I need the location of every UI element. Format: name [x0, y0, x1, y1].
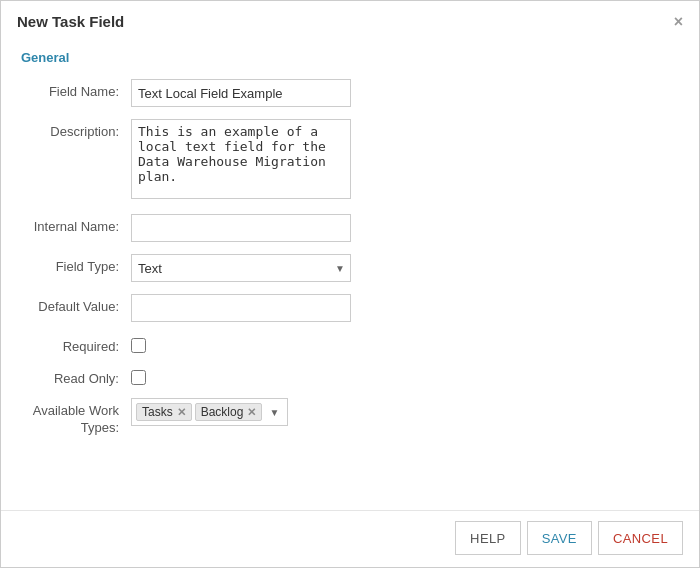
- field-type-label: Field Type:: [21, 254, 131, 274]
- read-only-label: Read Only:: [21, 366, 131, 386]
- tag-backlog-close[interactable]: ✕: [247, 406, 256, 419]
- help-button[interactable]: HELP: [455, 521, 521, 555]
- tag-tasks-label: Tasks: [142, 405, 173, 419]
- dialog-body: General Field Name: Description: Interna…: [1, 38, 699, 510]
- required-checkbox-wrapper: [131, 334, 146, 353]
- available-work-types-label: Available WorkTypes:: [21, 398, 131, 437]
- dialog-footer: HELP SAVE CANCEL: [1, 510, 699, 567]
- field-type-select-wrapper: TextNumberDateBoolean ▼: [131, 254, 351, 282]
- default-value-control: [131, 294, 351, 322]
- required-label: Required:: [21, 334, 131, 354]
- internal-name-label: Internal Name:: [21, 214, 131, 234]
- field-name-row: Field Name:: [21, 79, 679, 107]
- default-value-input[interactable]: [131, 294, 351, 322]
- close-button[interactable]: ×: [674, 14, 683, 30]
- save-button[interactable]: SAVE: [527, 521, 592, 555]
- description-label: Description:: [21, 119, 131, 139]
- field-type-row: Field Type: TextNumberDateBoolean ▼: [21, 254, 679, 282]
- field-type-select[interactable]: TextNumberDateBoolean: [131, 254, 351, 282]
- required-row: Required:: [21, 334, 679, 354]
- field-name-label: Field Name:: [21, 79, 131, 99]
- field-name-control: [131, 79, 351, 107]
- description-row: Description:: [21, 119, 679, 202]
- read-only-checkbox-wrapper: [131, 366, 146, 385]
- read-only-row: Read Only:: [21, 366, 679, 386]
- tag-tasks-close[interactable]: ✕: [177, 406, 186, 419]
- description-textarea[interactable]: [131, 119, 351, 199]
- cancel-button[interactable]: CANCEL: [598, 521, 683, 555]
- new-task-field-dialog: New Task Field × General Field Name: Des…: [0, 0, 700, 568]
- available-work-types-dropdown-icon[interactable]: ▼: [265, 407, 283, 418]
- tag-tasks: Tasks ✕: [136, 403, 192, 421]
- available-work-types-row: Available WorkTypes: Tasks ✕ Backlog ✕ ▼: [21, 398, 679, 437]
- internal-name-row: Internal Name:: [21, 214, 679, 242]
- dialog-header: New Task Field ×: [1, 1, 699, 38]
- description-control: [131, 119, 351, 202]
- read-only-checkbox[interactable]: [131, 370, 146, 385]
- tag-backlog-label: Backlog: [201, 405, 244, 419]
- general-section-label: General: [21, 50, 679, 65]
- dialog-title: New Task Field: [17, 13, 124, 30]
- internal-name-input[interactable]: [131, 214, 351, 242]
- default-value-label: Default Value:: [21, 294, 131, 314]
- available-work-types-input[interactable]: Tasks ✕ Backlog ✕ ▼: [131, 398, 288, 426]
- field-name-input[interactable]: [131, 79, 351, 107]
- internal-name-control: [131, 214, 351, 242]
- required-checkbox[interactable]: [131, 338, 146, 353]
- tag-backlog: Backlog ✕: [195, 403, 263, 421]
- default-value-row: Default Value:: [21, 294, 679, 322]
